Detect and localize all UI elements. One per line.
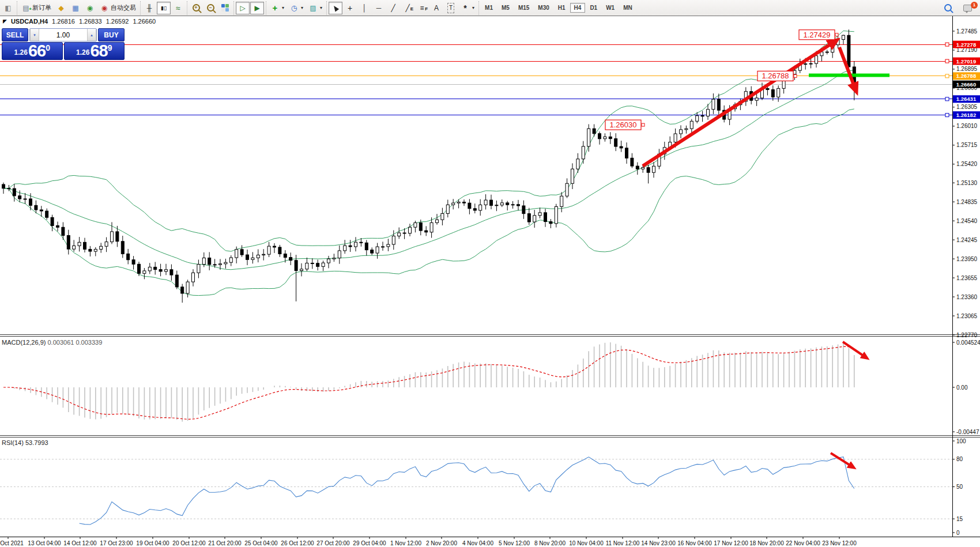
trendline-button[interactable]: ╱ [386, 2, 400, 14]
sell-button[interactable]: SELL [2, 28, 28, 42]
price-badge-1.26431: 1.26431 [953, 95, 980, 103]
svg-text:1.26030: 1.26030 [610, 120, 637, 129]
toolbar: ◧▤+新订单◆▦◉◉自动交易╫▮▯≈+−▷▶+▾◷▾▨▾+│─╱╱E≡FAT*▾… [0, 0, 980, 16]
timeframe-d1-button[interactable]: D1 [586, 3, 601, 13]
svg-text:8 Nov 20:00: 8 Nov 20:00 [534, 540, 566, 546]
timeframe-m5-button[interactable]: M5 [497, 3, 514, 13]
vertical-line-button[interactable]: │ [357, 2, 371, 14]
text-label-button[interactable]: T [444, 2, 458, 14]
svg-text:50: 50 [956, 484, 963, 490]
line-handle[interactable] [945, 43, 949, 46]
price-axis[interactable]: 1.274851.271901.268951.266001.263051.260… [952, 28, 980, 338]
template-icon: ▨ [308, 3, 318, 13]
auto-scroll-button[interactable]: ▶ [250, 2, 264, 14]
autotrading-button[interactable]: ◉自动交易 [97, 2, 138, 14]
chart-window[interactable]: 1.274291.267881.260301.274851.271901.268… [0, 16, 980, 547]
text-button[interactable]: A [429, 2, 443, 14]
timeframe-w1-button[interactable]: W1 [602, 3, 619, 13]
price-label-1.26788[interactable]: 1.26788 [757, 71, 797, 81]
bars-icon: ╫ [145, 3, 154, 13]
rsi-indicator[interactable]: RSI(14) 53.79931008050150 [0, 438, 966, 536]
line-handle[interactable] [945, 114, 949, 117]
ohlc-high: 1.26833 [79, 18, 102, 25]
mt4-terminal: { "toolbar": { "groups": [ {"name":"edge… [0, 0, 980, 547]
collapse-chart-icon[interactable]: ◤ [3, 18, 7, 24]
periods-button[interactable]: ◷▾ [287, 2, 306, 14]
timeframe-h1-button[interactable]: H1 [554, 3, 570, 13]
indicators-button[interactable]: +▾ [268, 2, 287, 14]
svg-text:1.23360: 1.23360 [956, 294, 978, 300]
crosshair-button[interactable]: + [343, 2, 357, 14]
volume-spinner: ▼ ▲ [29, 28, 97, 42]
macd-indicator[interactable]: MACD(12,26,9) 0.003061 0.0033390.0045240… [2, 339, 980, 435]
time-axis[interactable]: 11 Oct 202113 Oct 04:0014 Oct 12:0017 Oc… [0, 537, 857, 546]
bollinger-upper-band [3, 31, 854, 252]
toolbar-right: 1 [941, 2, 979, 14]
line-handle[interactable] [945, 97, 949, 101]
buy-price-prefix: 1.26 [76, 48, 89, 56]
chart-canvas[interactable]: 1.274291.267881.260301.274851.271901.268… [0, 16, 980, 547]
arrows-button[interactable]: *▾ [458, 2, 477, 14]
market-watch-button[interactable]: ▦ [69, 2, 82, 14]
svg-text:1.23655: 1.23655 [956, 275, 978, 281]
timeframe-m15-button[interactable]: M15 [514, 3, 533, 13]
candlestick-series[interactable] [2, 29, 856, 303]
buy-price[interactable]: 1.26689 [64, 42, 125, 60]
timeframe-m1-button[interactable]: M1 [481, 3, 497, 13]
clipped-toolbar-icon[interactable]: ◧ [1, 2, 15, 14]
price-label-1.26030[interactable]: 1.26030 [605, 120, 644, 130]
symbol-header: ◤ USDCAD,H4 1.26816 1.26833 1.26592 1.26… [3, 18, 156, 25]
svg-text:14 Nov 23:00: 14 Nov 23:00 [641, 540, 676, 546]
dropdown-caret-icon: ▾ [472, 5, 474, 10]
volume-input[interactable] [39, 29, 87, 41]
cursor-icon [331, 3, 340, 13]
chat-button[interactable]: 1 [960, 2, 974, 14]
cursor-button[interactable] [329, 2, 342, 14]
ind-plus-icon: + [270, 3, 280, 13]
styler-button[interactable]: ◆ [54, 2, 68, 14]
line-handle[interactable] [945, 74, 949, 78]
svg-text:0.004524: 0.004524 [956, 339, 980, 346]
timeframe-mn-button[interactable]: MN [619, 3, 636, 13]
svg-text:1.25715: 1.25715 [956, 142, 978, 148]
dropdown-caret-icon: ▾ [301, 5, 303, 10]
templates-button[interactable]: ▨▾ [306, 2, 325, 14]
bollinger-middle-band [3, 70, 854, 270]
timeframe-h4-button[interactable]: H4 [570, 3, 586, 13]
buy-button[interactable]: BUY [98, 28, 125, 42]
volume-decrease-button[interactable]: ▼ [30, 29, 39, 41]
ohlc-open: 1.26816 [52, 18, 75, 25]
line-handle[interactable] [945, 59, 949, 63]
candlestick-chart-button[interactable]: ▮▯ [157, 2, 171, 14]
trend-icon: ╱ [389, 3, 398, 13]
equidistant-channel-button[interactable]: ╱E [401, 2, 414, 14]
svg-text:1.24540: 1.24540 [956, 218, 978, 224]
horizontal-price-lines[interactable] [0, 43, 952, 117]
fibonacci-button[interactable]: ≡F [415, 2, 429, 14]
horizontal-line-button[interactable]: ─ [372, 2, 386, 14]
svg-text:10 Nov 04:00: 10 Nov 04:00 [569, 540, 604, 546]
new-order-button[interactable]: ▤+新订单 [19, 2, 54, 14]
timeframe-m30-button[interactable]: M30 [534, 3, 553, 13]
zoom-out-button[interactable]: − [203, 2, 217, 14]
volume-increase-button[interactable]: ▲ [87, 29, 96, 41]
svg-text:1.25130: 1.25130 [956, 180, 978, 186]
toolbar-group-insert: +▾◷▾▨▾ [266, 1, 326, 15]
hline-icon: ─ [374, 3, 383, 13]
labelT-icon: T [446, 3, 455, 13]
zoom-in-button[interactable]: + [189, 2, 203, 14]
svg-text:1.27278: 1.27278 [956, 42, 976, 48]
svg-text:15: 15 [956, 516, 963, 522]
tile-windows-button[interactable] [218, 2, 232, 14]
line-chart-button[interactable]: ≈ [171, 2, 185, 14]
sell-price[interactable]: 1.26660 [2, 42, 63, 60]
svg-text:1.25420: 1.25420 [956, 161, 978, 167]
chart-shift-button[interactable]: ▷ [236, 2, 250, 14]
trend-arrow-up[interactable] [643, 42, 835, 166]
signals-button[interactable]: ◉ [83, 2, 97, 14]
price-label-1.27429[interactable]: 1.27429 [799, 30, 838, 40]
shift-icon: ▷ [238, 3, 247, 13]
bar-chart-button[interactable]: ╫ [142, 2, 156, 14]
price-badge-1.26788: 1.26788 [953, 72, 980, 80]
search-button[interactable] [941, 2, 955, 14]
